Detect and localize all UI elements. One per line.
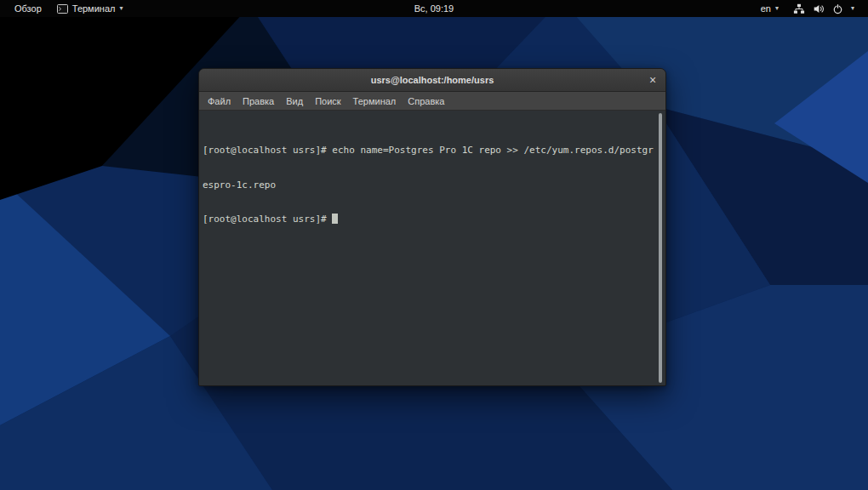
menu-item-search[interactable]: Поиск xyxy=(309,92,346,110)
menu-bar: Файл Правка Вид Поиск Терминал Справка xyxy=(199,92,665,111)
terminal-output: [root@localhost usrs]# echo name=Postgre… xyxy=(203,122,654,248)
terminal-window: usrs@localhost:/home/usrs × Файл Правка … xyxy=(198,68,666,386)
volume-icon xyxy=(813,3,825,14)
network-icon xyxy=(793,3,805,14)
activities-button[interactable]: Обзор xyxy=(7,0,49,17)
menu-item-help[interactable]: Справка xyxy=(402,92,450,110)
power-icon xyxy=(832,3,843,14)
menu-item-view[interactable]: Вид xyxy=(280,92,309,110)
keyboard-layout-label: en xyxy=(761,3,771,14)
menu-item-edit[interactable]: Правка xyxy=(237,92,280,110)
activities-label: Обзор xyxy=(14,3,42,14)
scrollbar-thumb[interactable] xyxy=(659,113,662,383)
terminal-line: espro-1c.repo xyxy=(203,179,654,191)
chevron-down-icon: ▾ xyxy=(775,5,779,12)
chevron-down-icon: ▾ xyxy=(851,5,854,12)
keyboard-layout-button[interactable]: en ▾ xyxy=(753,0,786,17)
menu-item-file[interactable]: Файл xyxy=(202,92,237,110)
terminal-prompt: [root@localhost usrs]# xyxy=(203,214,332,225)
terminal-screen[interactable]: [root@localhost usrs]# echo name=Postgre… xyxy=(199,111,665,385)
menu-item-terminal[interactable]: Терминал xyxy=(347,92,403,110)
clock-button[interactable]: Вс, 09:19 xyxy=(408,0,460,17)
top-bar: Обзор Терминал ▾ Вс, 09:19 en ▾ xyxy=(0,0,868,17)
chevron-down-icon: ▾ xyxy=(119,5,123,12)
system-status-menu[interactable]: ▾ xyxy=(786,0,861,17)
app-menu-button[interactable]: Терминал ▾ xyxy=(49,0,131,17)
terminal-prompt-line: [root@localhost usrs]# xyxy=(203,214,654,225)
close-button[interactable]: × xyxy=(645,72,660,88)
scrollbar[interactable] xyxy=(656,113,664,383)
topbar-left: Обзор Терминал ▾ xyxy=(0,0,130,17)
window-titlebar[interactable]: usrs@localhost:/home/usrs × xyxy=(199,69,665,92)
topbar-right: en ▾ xyxy=(753,0,868,17)
terminal-cursor xyxy=(332,214,338,224)
terminal-line: [root@localhost usrs]# echo name=Postgre… xyxy=(203,145,654,157)
terminal-icon xyxy=(57,4,68,14)
clock-label: Вс, 09:19 xyxy=(414,3,454,14)
app-menu-label: Терминал xyxy=(72,3,116,14)
window-title: usrs@localhost:/home/usrs xyxy=(371,75,494,85)
